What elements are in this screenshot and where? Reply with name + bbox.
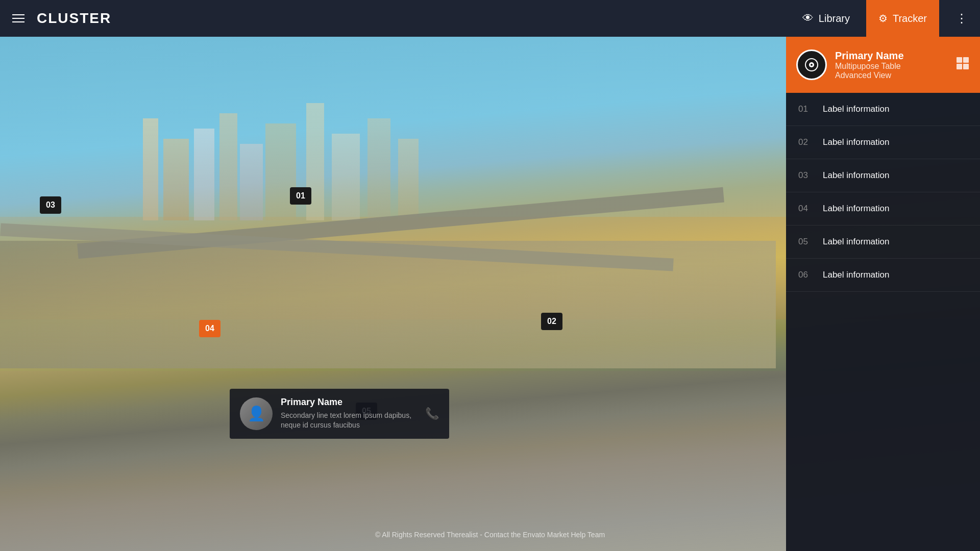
eye-icon: 👁 bbox=[802, 12, 814, 25]
svg-rect-3 bbox=[957, 57, 962, 63]
list-item-6[interactable]: 06 Label information bbox=[786, 259, 980, 292]
grid-icon bbox=[955, 56, 970, 70]
marker-02[interactable]: 02 bbox=[541, 313, 562, 330]
list-item-1-num: 01 bbox=[798, 104, 815, 114]
brand-name: CLUSTER bbox=[37, 10, 111, 27]
table-view-icon[interactable] bbox=[955, 56, 970, 73]
popup-secondary-text: Secondary line text lorem ipsum dapibus,… bbox=[281, 411, 417, 431]
list-item-5-label: Label information bbox=[823, 237, 889, 247]
gear-icon: ⚙ bbox=[878, 12, 888, 24]
library-nav[interactable]: 👁 Library bbox=[802, 12, 850, 25]
list-item-1-label: Label information bbox=[823, 104, 889, 114]
building-10 bbox=[398, 139, 419, 220]
building-6 bbox=[265, 123, 296, 220]
popup-primary-name: Primary Name bbox=[281, 397, 417, 408]
panel-list: 01 Label information 02 Label informatio… bbox=[786, 93, 980, 292]
popup-avatar: 👤 bbox=[240, 397, 273, 430]
marker-01[interactable]: 01 bbox=[290, 187, 311, 205]
popup-text-area: Primary Name Secondary line text lorem i… bbox=[281, 397, 417, 431]
panel-primary-name: Primary Name bbox=[835, 50, 947, 62]
list-item-3-label: Label information bbox=[823, 170, 889, 181]
list-item-2-label: Label information bbox=[823, 137, 889, 147]
phone-icon[interactable]: 📞 bbox=[425, 407, 439, 420]
list-item-3[interactable]: 03 Label information bbox=[786, 159, 980, 192]
list-item-4-label: Label information bbox=[823, 204, 889, 214]
list-item-4-num: 04 bbox=[798, 204, 815, 214]
marker-03[interactable]: 03 bbox=[40, 196, 61, 214]
cluster-logo-icon bbox=[803, 57, 820, 73]
header: CLUSTER 👁 Library ⚙ Tracker ⋮ bbox=[0, 0, 980, 37]
building-2 bbox=[163, 139, 189, 220]
building-1 bbox=[143, 118, 158, 220]
list-item-2[interactable]: 02 Label information bbox=[786, 126, 980, 159]
panel-header: Primary Name Multipupose Table Advanced … bbox=[786, 37, 980, 93]
hamburger-icon[interactable] bbox=[12, 14, 24, 22]
list-item-3-num: 03 bbox=[798, 170, 815, 181]
tracker-button[interactable]: ⚙ Tracker bbox=[866, 0, 939, 37]
building-9 bbox=[368, 118, 390, 220]
right-panel: Primary Name Multipupose Table Advanced … bbox=[786, 37, 980, 551]
svg-rect-4 bbox=[963, 57, 969, 63]
building-8 bbox=[332, 134, 360, 220]
list-item-5-num: 05 bbox=[798, 237, 815, 247]
svg-rect-5 bbox=[957, 64, 962, 69]
tracker-label: Tracker bbox=[893, 13, 927, 24]
footer-text: © All Rights Reserved Therealist - Conta… bbox=[375, 531, 605, 539]
panel-avatar bbox=[796, 49, 827, 80]
svg-point-2 bbox=[811, 64, 813, 66]
list-item-1[interactable]: 01 Label information bbox=[786, 93, 980, 126]
building-4 bbox=[219, 113, 237, 220]
list-item-5[interactable]: 05 Label information bbox=[786, 226, 980, 259]
header-right: 👁 Library ⚙ Tracker ⋮ bbox=[802, 0, 968, 37]
panel-subtitle1: Multipupose Table bbox=[835, 62, 947, 71]
panel-title-area: Primary Name Multipupose Table Advanced … bbox=[835, 50, 947, 80]
library-label: Library bbox=[819, 13, 850, 24]
marker-04[interactable]: 04 bbox=[199, 320, 220, 337]
list-item-2-num: 02 bbox=[798, 137, 815, 147]
list-item-6-label: Label information bbox=[823, 270, 889, 280]
building-3 bbox=[194, 129, 214, 220]
info-popup: 👤 Primary Name Secondary line text lorem… bbox=[230, 389, 449, 439]
list-item-4[interactable]: 04 Label information bbox=[786, 192, 980, 226]
panel-subtitle2: Advanced View bbox=[835, 71, 947, 80]
building-5 bbox=[240, 144, 263, 220]
header-left: CLUSTER bbox=[12, 10, 111, 27]
more-menu-icon[interactable]: ⋮ bbox=[955, 11, 968, 26]
svg-rect-6 bbox=[963, 64, 969, 69]
list-item-6-num: 06 bbox=[798, 270, 815, 280]
